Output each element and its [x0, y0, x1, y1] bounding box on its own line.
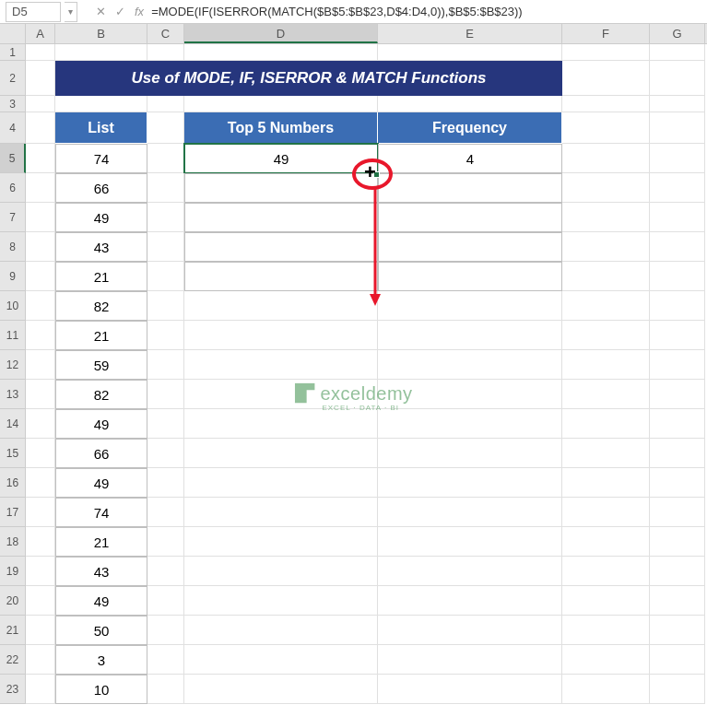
cell[interactable]	[26, 439, 55, 468]
cell[interactable]	[378, 586, 562, 616]
select-all-corner[interactable]	[0, 24, 26, 43]
row-header[interactable]: 13	[0, 380, 26, 409]
cell[interactable]	[26, 616, 55, 645]
cell[interactable]	[378, 321, 562, 350]
cell[interactable]	[650, 498, 705, 527]
cell[interactable]	[26, 291, 55, 321]
list-cell[interactable]: 21	[55, 262, 147, 291]
cell[interactable]	[184, 291, 378, 321]
cell[interactable]	[378, 262, 562, 291]
cell[interactable]	[26, 232, 55, 262]
cell[interactable]	[378, 291, 562, 321]
cell[interactable]	[184, 645, 378, 675]
cell[interactable]	[562, 321, 650, 350]
cell[interactable]	[562, 409, 650, 439]
cell[interactable]	[147, 321, 184, 350]
cell[interactable]	[184, 173, 378, 203]
row-header[interactable]: 2	[0, 61, 26, 96]
cell[interactable]	[147, 203, 184, 232]
cell[interactable]	[650, 675, 705, 704]
name-box[interactable]: D5	[6, 2, 61, 22]
cell[interactable]	[26, 645, 55, 675]
cell[interactable]	[26, 557, 55, 586]
cell[interactable]	[147, 96, 184, 112]
cell[interactable]	[650, 291, 705, 321]
cell[interactable]	[184, 409, 378, 439]
cell[interactable]	[26, 586, 55, 616]
cell[interactable]	[562, 380, 650, 409]
cell[interactable]	[650, 173, 705, 203]
col-header-g[interactable]: G	[650, 24, 705, 43]
list-cell[interactable]: 43	[55, 557, 147, 586]
list-cell[interactable]: 49	[55, 409, 147, 439]
cell[interactable]	[650, 468, 705, 498]
col-header-e[interactable]: E	[378, 24, 562, 43]
cell[interactable]	[378, 557, 562, 586]
cell[interactable]	[147, 409, 184, 439]
cell[interactable]	[378, 527, 562, 557]
cell[interactable]	[184, 498, 378, 527]
cell[interactable]	[26, 409, 55, 439]
cell[interactable]	[55, 44, 147, 61]
cell[interactable]	[26, 262, 55, 291]
cell[interactable]	[184, 616, 378, 645]
cell[interactable]	[26, 527, 55, 557]
cell[interactable]	[562, 498, 650, 527]
cell[interactable]	[378, 439, 562, 468]
cell[interactable]	[147, 44, 184, 61]
list-cell[interactable]: 21	[55, 321, 147, 350]
cell[interactable]	[378, 645, 562, 675]
list-cell[interactable]: 3	[55, 645, 147, 675]
formula-input[interactable]: =MODE(IF(ISERROR(MATCH($B$5:$B$23,D$4:D4…	[144, 3, 707, 20]
cell[interactable]	[650, 144, 705, 173]
cell[interactable]	[184, 557, 378, 586]
cell[interactable]	[184, 321, 378, 350]
cell[interactable]	[562, 439, 650, 468]
cell[interactable]	[378, 173, 562, 203]
cell[interactable]	[55, 96, 147, 112]
cell[interactable]	[184, 439, 378, 468]
cell[interactable]	[26, 173, 55, 203]
cell[interactable]	[562, 468, 650, 498]
cell[interactable]	[378, 675, 562, 704]
list-cell[interactable]: 21	[55, 527, 147, 557]
cell[interactable]	[147, 291, 184, 321]
cell-d5[interactable]: 49	[184, 144, 378, 173]
cell[interactable]	[650, 409, 705, 439]
col-header-a[interactable]: A	[26, 24, 55, 43]
row-header[interactable]: 3	[0, 96, 26, 112]
row-header[interactable]: 11	[0, 321, 26, 350]
cell[interactable]	[26, 144, 55, 173]
cell[interactable]	[562, 173, 650, 203]
cell[interactable]	[650, 96, 705, 112]
row-header[interactable]: 15	[0, 439, 26, 468]
list-cell[interactable]: 74	[55, 144, 147, 173]
name-box-dropdown[interactable]: ▾	[65, 2, 77, 22]
cell[interactable]	[562, 112, 650, 144]
cell[interactable]	[378, 232, 562, 262]
row-header[interactable]: 20	[0, 586, 26, 616]
row-header[interactable]: 9	[0, 262, 26, 291]
list-cell[interactable]: 59	[55, 350, 147, 380]
cell[interactable]	[562, 232, 650, 262]
row-header[interactable]: 16	[0, 468, 26, 498]
cell[interactable]	[184, 232, 378, 262]
cell[interactable]	[650, 645, 705, 675]
cell[interactable]	[378, 203, 562, 232]
cell[interactable]	[562, 262, 650, 291]
list-cell[interactable]: 82	[55, 291, 147, 321]
cell[interactable]	[650, 61, 705, 96]
row-header[interactable]: 1	[0, 44, 26, 61]
enter-icon[interactable]: ✓	[115, 5, 125, 18]
cell[interactable]	[26, 380, 55, 409]
list-cell[interactable]: 50	[55, 616, 147, 645]
row-header[interactable]: 17	[0, 498, 26, 527]
col-header-b[interactable]: B	[55, 24, 147, 43]
cell[interactable]	[650, 321, 705, 350]
cell-e5[interactable]: 4	[378, 144, 562, 173]
cell[interactable]	[147, 173, 184, 203]
list-cell[interactable]: 66	[55, 439, 147, 468]
cell[interactable]	[562, 61, 650, 96]
cell[interactable]	[26, 96, 55, 112]
list-cell[interactable]: 49	[55, 203, 147, 232]
